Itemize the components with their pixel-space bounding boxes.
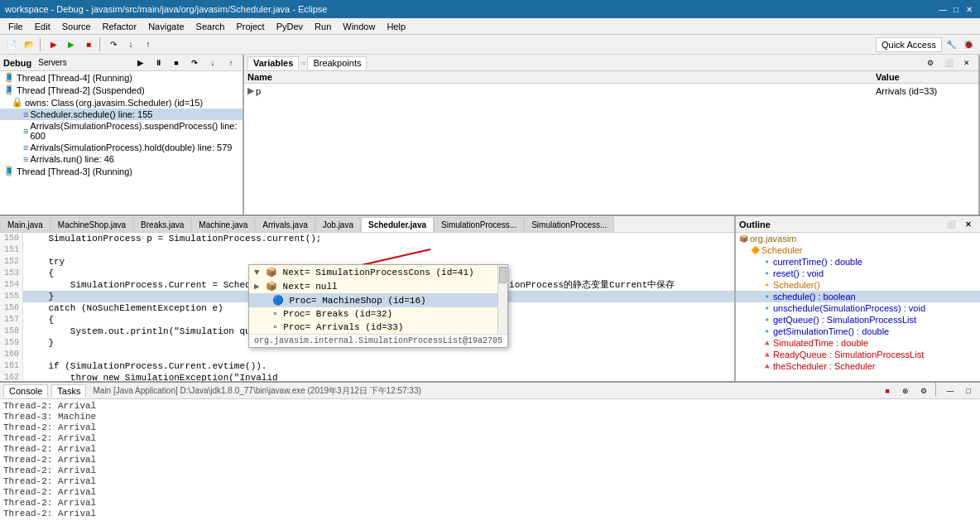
debug-thread-0[interactable]: 🧵 Thread [Thread-4] (Running): [0, 71, 243, 84]
tasks-tab[interactable]: Tasks: [51, 384, 86, 398]
maximize-button[interactable]: □: [950, 3, 962, 15]
menu-item-source[interactable]: Source: [57, 19, 96, 34]
menu-item-search[interactable]: Search: [191, 19, 230, 34]
editor-tab-simulationprocess-..[interactable]: SimulationProcess...: [524, 217, 614, 232]
editor-tab-scheduler-java[interactable]: Scheduler.java: [361, 217, 434, 232]
line-number-150: 150: [0, 233, 23, 244]
menu-item-edit[interactable]: Edit: [30, 19, 55, 34]
console-btn-settings[interactable]: ⚙: [915, 383, 932, 399]
outline-item-10[interactable]: 🔺 ReadyQueue : SimulationProcessList: [736, 349, 980, 360]
outline-item-7[interactable]: 🔹 getQueue() : SimulationProcessList: [736, 314, 980, 326]
console-line-6: Thread-2: Arrival: [3, 466, 977, 476]
toolbar-step-return[interactable]: ↑: [140, 36, 156, 53]
menu-item-window[interactable]: Window: [338, 19, 380, 34]
outline-btn-2[interactable]: ✕: [960, 216, 977, 233]
editor-tab-simulationprocess-..[interactable]: SimulationProcess...: [434, 217, 524, 232]
toolbar-perspective1[interactable]: 🔧: [943, 36, 959, 53]
menu-item-navigate[interactable]: Navigate: [143, 19, 189, 34]
outline-item-6[interactable]: 🔹 unschedule(SimulationProcess) : void: [736, 302, 980, 314]
close-button[interactable]: ✕: [963, 3, 975, 15]
quick-access-box[interactable]: Quick Access: [876, 37, 942, 52]
console-sep: [935, 383, 939, 396]
outline-item-3[interactable]: 🔹 reset() : void: [736, 268, 980, 279]
toolbar-step-into[interactable]: ↓: [122, 36, 139, 53]
editor-tab-main-java[interactable]: Main.java: [0, 217, 50, 232]
popup-scrollbar[interactable]: [497, 265, 507, 334]
breakpoints-tab[interactable]: Breakpoints: [307, 56, 367, 70]
window-title: workspace - Debug - javasim/src/main/jav…: [5, 4, 937, 14]
toolbar-debug[interactable]: ▶: [46, 36, 62, 53]
line-number-160: 160: [0, 349, 23, 360]
toolbar: 📄 📂 ▶ ▶ ■ ↷ ↓ ↑ Quick Access 🔧 🐞: [0, 35, 980, 55]
variables-table: Name Value ▶ p Arrivals (id=33): [244, 71, 978, 215]
menu-item-help[interactable]: Help: [382, 19, 411, 34]
line-number-154: 154: [0, 279, 23, 291]
debug-btn-2[interactable]: ⏸: [150, 55, 166, 71]
debug-thread-6[interactable]: ≡ Arrivals.run() line: 46: [0, 153, 243, 165]
editor-content[interactable]: 150 SimulationProcess p = SimulationProc…: [0, 233, 734, 381]
console-line-9: Thread-2: Arrival: [3, 498, 977, 509]
var-row-p[interactable]: ▶ p Arrivals (id=33): [244, 84, 978, 98]
popup-row-3[interactable]: ▫ Proc= Breaks (id=32): [249, 307, 497, 321]
line-number-157: 157: [0, 314, 23, 326]
outline-item-8[interactable]: 🔹 getSimulationTime() : double: [736, 326, 980, 337]
toolbar-perspective2[interactable]: 🐞: [960, 36, 977, 53]
toolbar-step-over[interactable]: ↷: [105, 36, 122, 53]
debug-btn-6[interactable]: ↑: [223, 55, 239, 71]
debug-thread-2[interactable]: 🔒 owns: Class (org.javasim.Scheduler) (i…: [0, 96, 243, 109]
variables-tab[interactable]: Variables: [247, 56, 299, 70]
popup-row-0[interactable]: ▼📦 Next= SimulationProcessCons (id=41): [249, 265, 497, 279]
debug-servers-tab[interactable]: Servers: [38, 58, 66, 67]
editor-tab-machine-java[interactable]: Machine.java: [191, 217, 255, 232]
popup-row-4[interactable]: ▫ Proc= Arrivals (id=33): [249, 321, 497, 334]
menu-item-pydev[interactable]: PyDev: [271, 19, 308, 34]
outline-item-5[interactable]: 🔹 schedule() : boolean: [736, 291, 980, 302]
minimize-button[interactable]: —: [937, 3, 949, 15]
console-btn-stop[interactable]: ■: [879, 383, 896, 399]
menu-item-run[interactable]: Run: [310, 19, 336, 34]
var-btn-1[interactable]: ⚙: [922, 55, 939, 71]
console-tab[interactable]: Console: [3, 384, 48, 398]
editor-tab-job-java[interactable]: Job.java: [315, 217, 361, 232]
menu-item-file[interactable]: File: [3, 19, 28, 34]
debug-btn-3[interactable]: ■: [168, 55, 185, 71]
debug-btn-5[interactable]: ↓: [204, 55, 221, 71]
outline-item-4[interactable]: 🔸 Scheduler(): [736, 279, 980, 291]
var-btn-3[interactable]: ✕: [958, 55, 975, 71]
debug-thread-5[interactable]: ≡ Arrivals(SimulationProcess).hold(doubl…: [0, 142, 243, 153]
toolbar-run[interactable]: ▶: [63, 36, 79, 53]
toolbar-open[interactable]: 📂: [21, 36, 37, 53]
toolbar-stop[interactable]: ■: [80, 36, 97, 53]
console-btn-minimize[interactable]: —: [942, 383, 958, 399]
debug-thread-4[interactable]: ≡ Arrivals(SimulationProcess).suspendPro…: [0, 120, 243, 142]
line-number-152: 152: [0, 256, 23, 268]
var-btn-2[interactable]: ⬜: [940, 55, 957, 71]
debug-btn-1[interactable]: ▶: [132, 55, 148, 71]
toolbar-new[interactable]: 📄: [3, 36, 20, 53]
debug-thread-7[interactable]: 🧵 Thread [Thread-3] (Running): [0, 165, 243, 177]
outline-item-11[interactable]: 🔺 theScheduler : Scheduler: [736, 360, 980, 372]
var-col-name-header: Name: [247, 72, 876, 82]
outline-item-1[interactable]: 🔶 Scheduler: [736, 244, 980, 256]
editor-tab-arrivals-java[interactable]: Arrivals.java: [255, 217, 315, 232]
outline-btn-1[interactable]: ⬜: [942, 216, 958, 233]
debug-panel: Debug Servers ▶ ⏸ ■ ↷ ↓ ↑ 🧵 Thread [Thre…: [0, 55, 244, 215]
debug-thread-3[interactable]: ≡ Scheduler.schedule() line: 155: [0, 109, 243, 120]
outline-item-2[interactable]: 🔹 currentTime() : double: [736, 256, 980, 268]
console-content[interactable]: Thread-2: ArrivalThread-3: MachineThread…: [0, 399, 980, 526]
quick-access-label: Quick Access: [882, 40, 936, 50]
var-name-p: p: [256, 86, 261, 96]
popup-row-1[interactable]: ▶📦 Next= null: [249, 279, 497, 293]
menu-item-refactor[interactable]: Refactor: [98, 19, 142, 34]
debug-thread-1[interactable]: 🧵 Thread [Thread-2] (Suspended): [0, 84, 243, 96]
outline-item-9[interactable]: 🔺 SimulatedTime : double: [736, 337, 980, 349]
menu-item-project[interactable]: Project: [231, 19, 269, 34]
console-header: Console Tasks Main [Java Application] D:…: [0, 383, 980, 399]
debug-btn-4[interactable]: ↷: [186, 55, 203, 71]
editor-tab-breaks-java[interactable]: Breaks.java: [133, 217, 191, 232]
editor-tab-machineshop-java[interactable]: MachineShop.java: [50, 217, 133, 232]
console-btn-clear[interactable]: ⊗: [897, 383, 914, 399]
outline-header: Outline ⬜ ✕: [736, 216, 980, 233]
popup-row-2[interactable]: 🔵 Proc= MachineShop (id=16): [249, 293, 497, 307]
console-btn-maximize[interactable]: □: [960, 383, 977, 399]
